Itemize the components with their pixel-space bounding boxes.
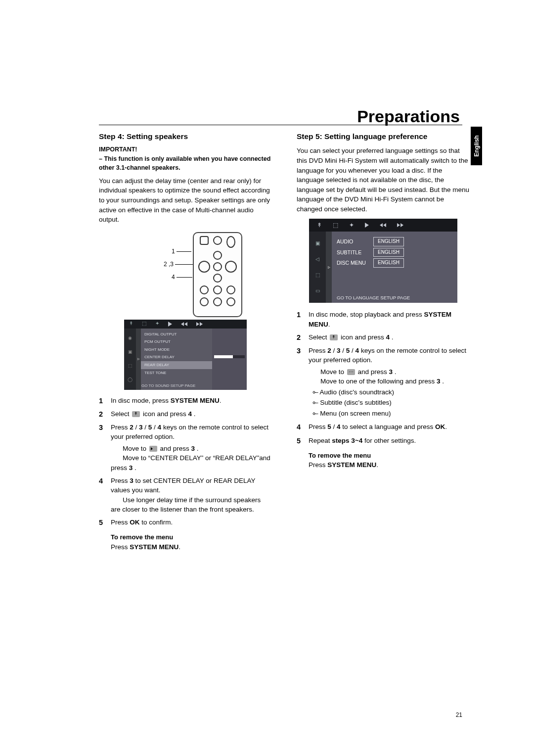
page-title: Preparations bbox=[357, 107, 460, 126]
subtitle-icon: ⬚ bbox=[142, 320, 146, 328]
step-num: 4 bbox=[99, 476, 106, 515]
remote-figure: 1 2 ,3 4 bbox=[116, 230, 255, 319]
lang-sidebar: ▣◁⬚▭ bbox=[309, 232, 326, 303]
bullet-list: – Audio (disc's soundtrack) – Subtitle (… bbox=[309, 387, 470, 419]
menu-item-selected: REAR DELAY bbox=[141, 361, 212, 369]
list-item: – Subtitle (disc's subtitles) bbox=[320, 398, 470, 408]
menu-sidebar: ◉▣⬚◯ bbox=[124, 329, 136, 390]
rewind-icon bbox=[380, 223, 386, 227]
rewind-icon bbox=[181, 322, 187, 326]
language-tab-label: English bbox=[473, 135, 480, 156]
lang-sidebar2: ▹ bbox=[326, 232, 332, 303]
language-tab: English bbox=[471, 127, 482, 165]
step-text: Press OK to confirm. bbox=[111, 518, 272, 528]
speaker-icon bbox=[149, 446, 157, 452]
play-icon bbox=[168, 322, 172, 327]
sound-level-icon: ↟ bbox=[317, 221, 322, 230]
sound-level-icon bbox=[330, 334, 338, 340]
step-text: Press 3 to set CENTER DELAY or REAR DELA… bbox=[111, 476, 272, 515]
menu-item: DIGITAL OUTPUT bbox=[141, 331, 212, 338]
step-text: Repeat steps 3~4 for other settings. bbox=[309, 436, 470, 446]
lang-label: SUBTITLE bbox=[337, 249, 373, 256]
right-column: Step 5: Setting language preference You … bbox=[297, 131, 470, 552]
step-num: 3 bbox=[99, 423, 106, 473]
remove-heading: To remove the menu bbox=[111, 533, 272, 542]
remove-heading: To remove the menu bbox=[309, 451, 470, 461]
sound-menu-figure: ↟ ⬚ ✦ ◉▣⬚◯ ▹ DIGITAL OUTPUT PCM OUTPUT N… bbox=[124, 320, 247, 390]
step-text: In disc mode, press SYSTEM MENU. bbox=[111, 396, 272, 406]
menu-list: DIGITAL OUTPUT PCM OUTPUT NIGHT MODE CEN… bbox=[141, 329, 212, 390]
language-menu-figure: ↟ ⬚ ✦ ▣◁⬚▭ ▹ AUDIOENGLISH SUBTITLEENGLIS… bbox=[309, 219, 457, 303]
lang-value: ENGLISH bbox=[373, 258, 404, 268]
step-text: Press 5 / 4 to select a language and pre… bbox=[309, 422, 470, 432]
speaker-icon: ✦ bbox=[155, 320, 159, 328]
step-text: Select icon and press 4 . bbox=[309, 332, 470, 343]
callout-4: 4 bbox=[172, 273, 192, 282]
speaker-icon: ✦ bbox=[349, 221, 354, 230]
menu-item: CENTER DELAY bbox=[141, 353, 212, 361]
menu-topbar: ↟ ⬚ ✦ bbox=[124, 320, 247, 329]
step-num: 2 bbox=[297, 332, 304, 343]
play-icon bbox=[365, 223, 369, 228]
lang-footer: GO TO LANGUAGE SETUP PAGE bbox=[337, 294, 410, 301]
lang-topbar: ↟ ⬚ ✦ bbox=[309, 219, 457, 232]
remove-menu-block: To remove the menu Press SYSTEM MENU. bbox=[111, 533, 272, 552]
step4-list: 1 In disc mode, press SYSTEM MENU. 2 Sel… bbox=[99, 396, 272, 528]
left-column: Step 4: Setting speakers IMPORTANT! – Th… bbox=[99, 131, 272, 552]
step4-intro: You can adjust the delay time (center an… bbox=[99, 176, 272, 225]
step-num: 5 bbox=[99, 518, 106, 528]
step-num: 2 bbox=[99, 409, 106, 420]
menu-item: NIGHT MODE bbox=[141, 346, 212, 354]
step-text: Press 2 / 3 / 5 / 4 keys on the remote c… bbox=[111, 423, 272, 473]
step-num: 5 bbox=[297, 436, 304, 446]
callout-1: 1 bbox=[172, 247, 191, 256]
forward-icon bbox=[196, 322, 203, 326]
lang-value: ENGLISH bbox=[373, 237, 404, 246]
step-num: 3 bbox=[297, 346, 304, 420]
remove-menu-block: To remove the menu Press SYSTEM MENU. bbox=[309, 451, 470, 470]
step5-list: 1 In disc mode, stop playback and press … bbox=[297, 310, 470, 446]
lang-label: AUDIO bbox=[337, 238, 373, 245]
forward-icon bbox=[397, 223, 403, 227]
step-num: 1 bbox=[99, 396, 106, 406]
step-text: In disc mode, stop playback and press SY… bbox=[309, 310, 470, 329]
sound-level-icon: ↟ bbox=[129, 320, 133, 328]
subtitle-icon: ⬚ bbox=[333, 221, 338, 230]
list-item: – Menu (on screen menu) bbox=[320, 409, 470, 419]
list-item: – Audio (disc's soundtrack) bbox=[320, 387, 470, 397]
step-num: 4 bbox=[297, 422, 304, 432]
important-label: IMPORTANT! bbox=[99, 145, 272, 154]
menu-item: PCM OUTPUT bbox=[141, 338, 212, 346]
menu-sidebar2: ▹ bbox=[136, 329, 141, 390]
page-number: 21 bbox=[456, 711, 462, 718]
menu-slider bbox=[212, 329, 247, 390]
divider bbox=[99, 125, 462, 125]
step5-title: Step 5: Setting language preference bbox=[297, 131, 470, 142]
step-text: Select icon and press 4 . bbox=[111, 409, 272, 420]
lang-label: DISC MENU bbox=[337, 259, 373, 267]
sound-level-icon bbox=[132, 411, 140, 417]
step-text: Press 2 / 3 / 5 / 4 keys on the remote c… bbox=[309, 346, 470, 420]
important-text: – This function is only available when y… bbox=[99, 154, 272, 172]
remote-body bbox=[193, 232, 242, 317]
menu-footer: GO TO SOUND SETUP PAGE bbox=[141, 383, 195, 389]
lang-main: AUDIOENGLISH SUBTITLEENGLISH DISC MENUEN… bbox=[332, 232, 457, 303]
subtitle-icon bbox=[347, 369, 355, 375]
step-num: 1 bbox=[297, 310, 304, 329]
step5-intro: You can select your preferred language s… bbox=[297, 146, 470, 214]
lang-value: ENGLISH bbox=[373, 248, 404, 257]
step4-title: Step 4: Setting speakers bbox=[99, 131, 272, 142]
menu-item: TEST TONE bbox=[141, 369, 212, 377]
